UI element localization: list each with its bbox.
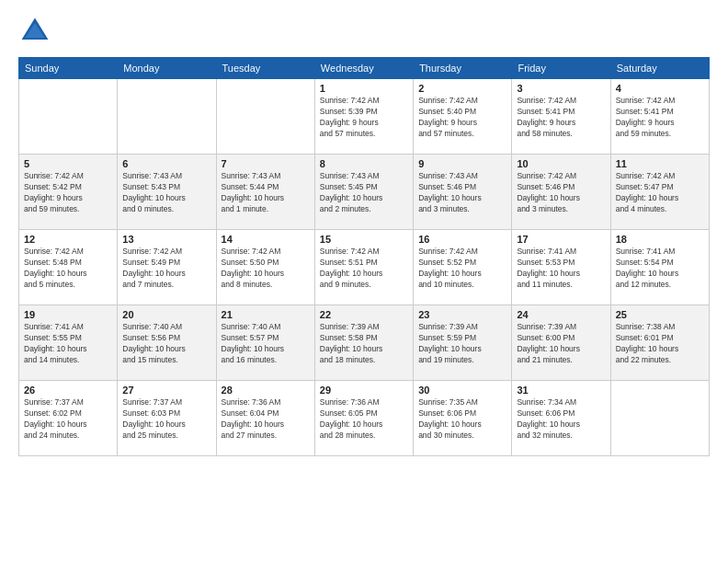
day-info: Sunrise: 7:42 AM Sunset: 5:50 PM Dayligh… [222,247,310,291]
logo-icon [18,15,51,48]
calendar-cell [19,79,118,155]
calendar-cell: 8Sunrise: 7:43 AM Sunset: 5:45 PM Daylig… [314,155,413,230]
logo [18,15,57,48]
calendar-cell: 12Sunrise: 7:42 AM Sunset: 5:48 PM Dayli… [19,230,118,305]
calendar-cell: 15Sunrise: 7:42 AM Sunset: 5:51 PM Dayli… [314,230,413,305]
day-info: Sunrise: 7:42 AM Sunset: 5:47 PM Dayligh… [616,171,704,215]
day-number: 11 [616,158,704,169]
day-number: 19 [24,309,112,320]
day-number: 15 [320,234,408,245]
calendar-cell [610,381,709,456]
calendar-cell [118,79,216,155]
day-number: 31 [517,385,605,396]
day-info: Sunrise: 7:35 AM Sunset: 6:06 PM Dayligh… [418,397,506,442]
day-number: 3 [517,83,605,94]
calendar-cell: 21Sunrise: 7:40 AM Sunset: 5:57 PM Dayli… [216,305,314,381]
day-info: Sunrise: 7:42 AM Sunset: 5:41 PM Dayligh… [517,96,605,140]
calendar-cell: 22Sunrise: 7:39 AM Sunset: 5:58 PM Dayli… [314,305,413,381]
calendar: SundayMondayTuesdayWednesdayThursdayFrid… [18,57,710,456]
day-number: 21 [222,309,310,320]
calendar-cell: 26Sunrise: 7:37 AM Sunset: 6:02 PM Dayli… [19,381,118,456]
calendar-cell: 13Sunrise: 7:42 AM Sunset: 5:49 PM Dayli… [118,230,216,305]
day-number: 1 [320,83,408,94]
day-number: 14 [222,234,310,245]
day-info: Sunrise: 7:42 AM Sunset: 5:40 PM Dayligh… [418,96,506,140]
calendar-cell: 25Sunrise: 7:38 AM Sunset: 6:01 PM Dayli… [610,305,709,381]
day-info: Sunrise: 7:42 AM Sunset: 5:39 PM Dayligh… [320,96,408,140]
calendar-cell: 11Sunrise: 7:42 AM Sunset: 5:47 PM Dayli… [610,155,709,230]
day-info: Sunrise: 7:43 AM Sunset: 5:43 PM Dayligh… [122,171,210,215]
day-header-tuesday: Tuesday [216,58,314,79]
day-info: Sunrise: 7:42 AM Sunset: 5:51 PM Dayligh… [320,247,408,291]
calendar-cell: 28Sunrise: 7:36 AM Sunset: 6:04 PM Dayli… [216,381,314,456]
day-info: Sunrise: 7:41 AM Sunset: 5:53 PM Dayligh… [517,247,605,291]
day-info: Sunrise: 7:43 AM Sunset: 5:45 PM Dayligh… [320,171,408,215]
day-info: Sunrise: 7:43 AM Sunset: 5:44 PM Dayligh… [222,171,310,215]
day-header-sunday: Sunday [19,58,118,79]
calendar-cell: 16Sunrise: 7:42 AM Sunset: 5:52 PM Dayli… [414,230,512,305]
day-number: 25 [616,309,704,320]
day-header-saturday: Saturday [610,58,709,79]
day-number: 30 [418,385,506,396]
day-number: 18 [616,234,704,245]
day-number: 13 [122,234,210,245]
calendar-cell: 3Sunrise: 7:42 AM Sunset: 5:41 PM Daylig… [512,79,610,155]
day-info: Sunrise: 7:42 AM Sunset: 5:48 PM Dayligh… [24,247,112,291]
day-number: 24 [517,309,605,320]
days-header-row: SundayMondayTuesdayWednesdayThursdayFrid… [19,58,710,79]
week-row-2: 12Sunrise: 7:42 AM Sunset: 5:48 PM Dayli… [19,230,710,305]
day-number: 6 [122,158,210,169]
day-info: Sunrise: 7:43 AM Sunset: 5:46 PM Dayligh… [418,171,506,215]
day-number: 12 [24,234,112,245]
day-info: Sunrise: 7:42 AM Sunset: 5:42 PM Dayligh… [24,171,112,215]
week-row-0: 1Sunrise: 7:42 AM Sunset: 5:39 PM Daylig… [19,79,710,155]
calendar-cell: 19Sunrise: 7:41 AM Sunset: 5:55 PM Dayli… [19,305,118,381]
day-info: Sunrise: 7:42 AM Sunset: 5:49 PM Dayligh… [122,247,210,291]
calendar-cell: 2Sunrise: 7:42 AM Sunset: 5:40 PM Daylig… [414,79,512,155]
calendar-cell: 1Sunrise: 7:42 AM Sunset: 5:39 PM Daylig… [314,79,413,155]
header [18,15,710,48]
day-info: Sunrise: 7:37 AM Sunset: 6:03 PM Dayligh… [122,397,210,442]
day-info: Sunrise: 7:39 AM Sunset: 5:58 PM Dayligh… [320,322,408,366]
calendar-cell: 30Sunrise: 7:35 AM Sunset: 6:06 PM Dayli… [414,381,512,456]
calendar-cell: 7Sunrise: 7:43 AM Sunset: 5:44 PM Daylig… [216,155,314,230]
day-number: 22 [320,309,408,320]
day-number: 23 [418,309,506,320]
day-info: Sunrise: 7:38 AM Sunset: 6:01 PM Dayligh… [616,322,704,366]
calendar-cell: 10Sunrise: 7:42 AM Sunset: 5:46 PM Dayli… [512,155,610,230]
day-info: Sunrise: 7:42 AM Sunset: 5:41 PM Dayligh… [616,96,704,140]
day-number: 5 [24,158,112,169]
page: SundayMondayTuesdayWednesdayThursdayFrid… [0,0,728,563]
day-header-friday: Friday [512,58,610,79]
calendar-cell: 5Sunrise: 7:42 AM Sunset: 5:42 PM Daylig… [19,155,118,230]
day-info: Sunrise: 7:40 AM Sunset: 5:56 PM Dayligh… [122,322,210,366]
day-info: Sunrise: 7:34 AM Sunset: 6:06 PM Dayligh… [517,397,605,442]
calendar-cell: 24Sunrise: 7:39 AM Sunset: 6:00 PM Dayli… [512,305,610,381]
day-info: Sunrise: 7:42 AM Sunset: 5:52 PM Dayligh… [418,247,506,291]
calendar-cell: 9Sunrise: 7:43 AM Sunset: 5:46 PM Daylig… [414,155,512,230]
week-row-3: 19Sunrise: 7:41 AM Sunset: 5:55 PM Dayli… [19,305,710,381]
calendar-cell: 4Sunrise: 7:42 AM Sunset: 5:41 PM Daylig… [610,79,709,155]
calendar-cell [216,79,314,155]
day-number: 27 [122,385,210,396]
day-info: Sunrise: 7:42 AM Sunset: 5:46 PM Dayligh… [517,171,605,215]
week-row-4: 26Sunrise: 7:37 AM Sunset: 6:02 PM Dayli… [19,381,710,456]
week-row-1: 5Sunrise: 7:42 AM Sunset: 5:42 PM Daylig… [19,155,710,230]
day-info: Sunrise: 7:39 AM Sunset: 6:00 PM Dayligh… [517,322,605,366]
day-number: 17 [517,234,605,245]
calendar-cell: 17Sunrise: 7:41 AM Sunset: 5:53 PM Dayli… [512,230,610,305]
day-number: 2 [418,83,506,94]
day-number: 29 [320,385,408,396]
day-header-wednesday: Wednesday [314,58,413,79]
day-number: 16 [418,234,506,245]
day-info: Sunrise: 7:40 AM Sunset: 5:57 PM Dayligh… [222,322,310,366]
day-info: Sunrise: 7:36 AM Sunset: 6:05 PM Dayligh… [320,397,408,442]
calendar-cell: 20Sunrise: 7:40 AM Sunset: 5:56 PM Dayli… [118,305,216,381]
day-number: 28 [222,385,310,396]
day-info: Sunrise: 7:41 AM Sunset: 5:55 PM Dayligh… [24,322,112,366]
day-number: 26 [24,385,112,396]
day-info: Sunrise: 7:37 AM Sunset: 6:02 PM Dayligh… [24,397,112,442]
day-number: 4 [616,83,704,94]
day-number: 10 [517,158,605,169]
calendar-cell: 31Sunrise: 7:34 AM Sunset: 6:06 PM Dayli… [512,381,610,456]
